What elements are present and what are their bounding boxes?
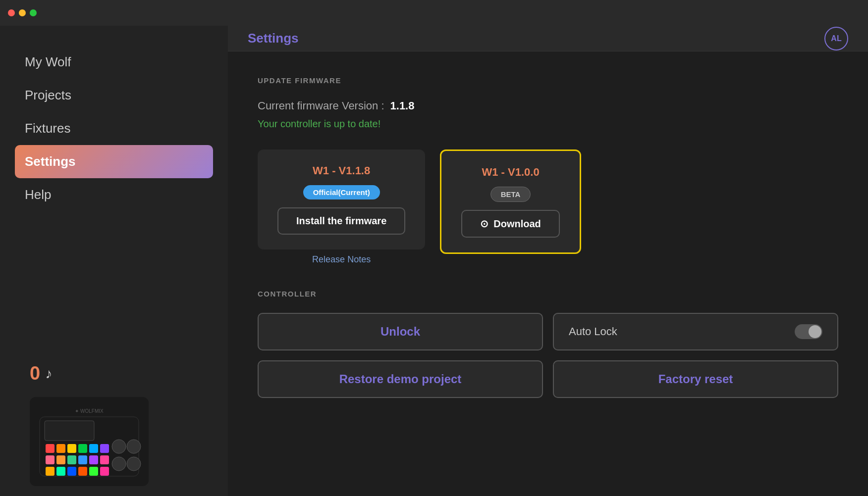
title-bar: [0, 0, 868, 26]
svg-rect-14: [46, 467, 54, 476]
bpm-display: 0: [30, 363, 40, 384]
firmware-section: UPDATE FIRMWARE Current firmware Version…: [258, 76, 838, 265]
firmware-card-official: W1 - V1.1.8 Official(Current) Install th…: [258, 149, 425, 265]
main-header: Settings AL: [228, 26, 868, 51]
auto-lock-label: Auto Lock: [569, 325, 617, 338]
svg-rect-4: [67, 444, 76, 453]
sidebar-item-settings[interactable]: Settings: [15, 145, 213, 178]
sidebar: My Wolf Projects Fixtures Settings Help …: [0, 0, 228, 496]
main-content: Settings AL UPDATE FIRMWARE Current firm…: [228, 0, 868, 496]
wolfmix-device-svg: ✦ WOLFMIX: [35, 402, 144, 481]
minimize-button[interactable]: [19, 9, 26, 16]
svg-point-22: [112, 457, 126, 471]
svg-rect-19: [100, 467, 109, 476]
sidebar-item-my-wolf[interactable]: My Wolf: [15, 46, 213, 79]
page-title: Settings: [248, 31, 299, 46]
avatar[interactable]: AL: [824, 27, 848, 50]
firmware-label: Current firmware Version :: [258, 99, 384, 112]
restore-demo-button[interactable]: Restore demo project: [258, 360, 543, 398]
svg-rect-18: [89, 467, 98, 476]
factory-reset-button[interactable]: Factory reset: [553, 360, 838, 398]
sidebar-item-fixtures[interactable]: Fixtures: [15, 112, 213, 145]
auto-lock-toggle[interactable]: [795, 324, 822, 339]
download-icon: ⊙: [480, 218, 488, 230]
download-firmware-button[interactable]: ⊙ Download: [461, 210, 560, 238]
firmware-card-official-title: W1 - V1.1.8: [313, 164, 370, 177]
sidebar-item-help[interactable]: Help: [15, 178, 213, 211]
unlock-button[interactable]: Unlock: [258, 313, 543, 350]
svg-rect-8: [46, 455, 54, 464]
content-area: UPDATE FIRMWARE Current firmware Version…: [228, 51, 868, 496]
controller-buttons-grid: Unlock Auto Lock Restore demo project Fa…: [258, 313, 838, 398]
firmware-status: Your controller is up to date!: [258, 118, 838, 130]
svg-rect-3: [56, 444, 65, 453]
firmware-section-title: UPDATE FIRMWARE: [258, 76, 838, 85]
svg-text:✦ WOLFMIX: ✦ WOLFMIX: [75, 408, 104, 414]
svg-rect-13: [100, 455, 109, 464]
install-firmware-button[interactable]: Install the firmware: [277, 207, 405, 235]
svg-rect-9: [56, 455, 65, 464]
firmware-badge-official: Official(Current): [303, 185, 380, 199]
maximize-button[interactable]: [30, 9, 37, 16]
firmware-card-beta: W1 - V1.0.0 BETA ⊙ Download: [440, 149, 581, 254]
svg-rect-11: [78, 455, 87, 464]
firmware-card-official-inner: W1 - V1.1.8 Official(Current) Install th…: [258, 149, 425, 249]
svg-point-23: [127, 457, 141, 471]
firmware-version-row: Current firmware Version : 1.1.8: [258, 99, 838, 112]
svg-rect-17: [78, 467, 87, 476]
nav-menu: My Wolf Projects Fixtures Settings Help: [0, 26, 228, 211]
auto-lock-row: Auto Lock: [553, 313, 838, 350]
svg-rect-12: [89, 455, 98, 464]
svg-rect-10: [67, 455, 76, 464]
sidebar-item-projects[interactable]: Projects: [15, 79, 213, 112]
controller-section: CONTROLLER Unlock Auto Lock Restore demo…: [258, 290, 838, 398]
music-note-icon: ♪: [45, 366, 52, 382]
toggle-knob: [809, 325, 821, 338]
svg-rect-5: [78, 444, 87, 453]
svg-rect-16: [67, 467, 76, 476]
firmware-version: 1.1.8: [390, 99, 415, 112]
svg-rect-15: [56, 467, 65, 476]
controller-section-title: CONTROLLER: [258, 290, 838, 298]
svg-rect-2: [46, 444, 54, 453]
sidebar-bottom: 0 ♪: [0, 471, 228, 496]
firmware-badge-beta: BETA: [490, 187, 531, 202]
release-notes-link[interactable]: Release Notes: [312, 254, 371, 265]
firmware-card-beta-title: W1 - V1.0.0: [482, 166, 539, 179]
svg-rect-1: [45, 421, 94, 441]
close-button[interactable]: [8, 9, 15, 16]
svg-point-20: [112, 440, 126, 453]
device-image: ✦ WOLFMIX: [30, 397, 149, 486]
svg-rect-7: [100, 444, 109, 453]
firmware-cards-container: W1 - V1.1.8 Official(Current) Install th…: [258, 149, 838, 265]
svg-rect-6: [89, 444, 98, 453]
svg-point-21: [127, 440, 141, 453]
